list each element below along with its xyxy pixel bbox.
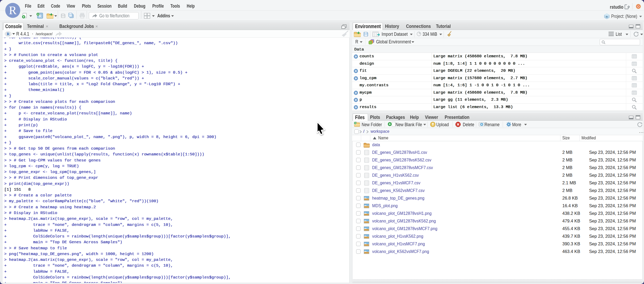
svg-text:R: R	[7, 32, 10, 36]
svg-text:R: R	[606, 15, 608, 18]
